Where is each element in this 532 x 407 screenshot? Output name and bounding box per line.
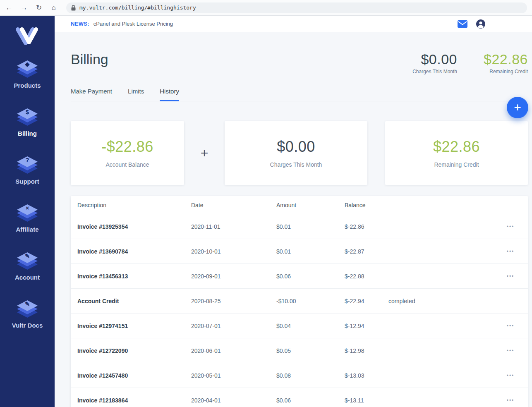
row-balance: $-22.87 bbox=[345, 248, 388, 255]
account-balance-label: Account Balance bbox=[105, 161, 149, 168]
page-title: Billing bbox=[71, 51, 108, 74]
affiliate-icon: × bbox=[15, 204, 40, 223]
row-date: 2020-09-01 bbox=[191, 273, 276, 280]
tab-history[interactable]: History bbox=[160, 88, 179, 101]
row-amount: $0.06 bbox=[276, 273, 345, 280]
sidebar-item-label: Affiliate bbox=[16, 226, 38, 233]
summary-cards: -$22.86 Account Balance + $0.00 Charges … bbox=[71, 121, 528, 185]
remaining-credit-stat: $22.86 Remaining Credit bbox=[484, 51, 528, 74]
plus-separator: + bbox=[184, 121, 225, 185]
row-description: Invoice #13690784 bbox=[77, 248, 191, 255]
row-amount: $0.04 bbox=[276, 323, 345, 329]
table-row: Invoice #13690784 2020-10-01 $0.01 $-22.… bbox=[71, 239, 528, 264]
row-menu-button[interactable]: ••• bbox=[497, 348, 528, 354]
sidebar-item-vultr-docs[interactable]: ✎ Vultr Docs bbox=[0, 299, 55, 347]
row-date: 2020-10-01 bbox=[191, 248, 276, 255]
docs-icon: ✎ bbox=[15, 299, 40, 319]
sidebar-item-affiliate[interactable]: × Affiliate bbox=[0, 204, 55, 251]
news-bar: NEWS: cPanel and Plesk License Pricing bbox=[55, 16, 532, 32]
mail-icon[interactable] bbox=[458, 20, 467, 28]
refresh-icon[interactable]: ↻ bbox=[35, 3, 43, 12]
support-icon: ? bbox=[15, 156, 40, 175]
table-row: Invoice #12974151 2020-07-01 $0.04 $-12.… bbox=[71, 314, 528, 338]
sidebar-item-label: Products bbox=[14, 82, 41, 89]
credit-label: Remaining Credit bbox=[484, 69, 528, 74]
row-amount: -$10.00 bbox=[276, 298, 345, 304]
charges-this-month-stat: $0.00 Charges This Month bbox=[412, 51, 457, 74]
credit-value: $22.86 bbox=[484, 51, 528, 67]
tab-limits[interactable]: Limits bbox=[128, 88, 144, 101]
billing-history-table: Description Date Amount Balance Invoice … bbox=[71, 196, 528, 407]
col-amount: Amount bbox=[276, 202, 345, 208]
charges-card-value: $0.00 bbox=[277, 138, 315, 156]
vultr-logo-icon[interactable] bbox=[14, 26, 40, 47]
row-amount: $0.01 bbox=[276, 248, 345, 255]
col-date: Date bbox=[191, 202, 276, 208]
add-funds-button[interactable]: + bbox=[507, 97, 528, 118]
row-balance: $-12.98 bbox=[345, 347, 388, 354]
charges-label: Charges This Month bbox=[412, 69, 457, 74]
row-menu-button[interactable]: ••• bbox=[497, 249, 528, 254]
account-balance-card: -$22.86 Account Balance bbox=[71, 121, 184, 185]
products-glyph: ◆ bbox=[15, 61, 40, 67]
table-row: Invoice #12722090 2020-06-01 $0.05 $-12.… bbox=[71, 338, 528, 363]
table-row: Invoice #13925354 2020-11-01 $0.01 $-22.… bbox=[71, 214, 528, 239]
account-glyph: ✎ bbox=[15, 253, 40, 259]
sidebar-item-label: Support bbox=[15, 178, 39, 185]
sidebar: ◆ Products $ Billing ? Support × Affilia… bbox=[0, 16, 55, 407]
col-description: Description bbox=[77, 202, 191, 208]
row-description: Account Credit bbox=[77, 298, 191, 304]
news-link[interactable]: cPanel and Plesk License Pricing bbox=[93, 21, 173, 27]
url-text: my.vultr.com/billing/#billinghistory bbox=[79, 5, 196, 11]
home-icon[interactable]: ⌂ bbox=[50, 4, 58, 12]
row-description: Invoice #12183864 bbox=[77, 397, 191, 404]
tab-make-payment[interactable]: Make Payment bbox=[71, 88, 112, 101]
sidebar-item-label: Vultr Docs bbox=[12, 322, 43, 329]
row-menu-button[interactable]: ••• bbox=[497, 224, 528, 230]
table-header: Description Date Amount Balance bbox=[71, 196, 528, 214]
row-description: Invoice #13456313 bbox=[77, 273, 191, 280]
row-menu-button[interactable]: ••• bbox=[497, 373, 528, 378]
row-description: Invoice #12457480 bbox=[77, 372, 191, 379]
sidebar-item-products[interactable]: ◆ Products bbox=[0, 60, 55, 108]
row-date: 2020-07-01 bbox=[191, 323, 276, 329]
news-label: NEWS: bbox=[71, 21, 89, 27]
row-menu-button[interactable]: ••• bbox=[497, 397, 528, 403]
row-amount: $0.05 bbox=[276, 347, 345, 354]
row-balance: $-13.03 bbox=[345, 372, 388, 379]
address-bar[interactable]: my.vultr.com/billing/#billinghistory bbox=[66, 2, 527, 13]
docs-glyph: ✎ bbox=[15, 301, 40, 307]
row-menu-button[interactable]: ••• bbox=[497, 273, 528, 279]
support-glyph: ? bbox=[15, 157, 40, 163]
remaining-credit-card: $22.86 Remaining Credit bbox=[385, 121, 528, 185]
billing-icon: $ bbox=[15, 108, 40, 127]
sidebar-item-label: Billing bbox=[18, 130, 37, 137]
row-amount: $0.01 bbox=[276, 223, 345, 230]
row-date: 2020-06-01 bbox=[191, 347, 276, 354]
row-date: 2020-11-01 bbox=[191, 223, 276, 230]
row-balance: $-12.94 bbox=[345, 323, 388, 329]
row-date: 2020-04-01 bbox=[191, 397, 276, 404]
header-stats: $0.00 Charges This Month $22.86 Remainin… bbox=[412, 51, 528, 74]
back-icon[interactable]: ← bbox=[5, 4, 13, 12]
row-description: Invoice #12974151 bbox=[77, 323, 191, 329]
billing-page: Billing $0.00 Charges This Month $22.86 … bbox=[55, 32, 532, 407]
row-balance: $-22.86 bbox=[345, 223, 388, 230]
forward-icon[interactable]: → bbox=[20, 4, 28, 12]
row-balance: $-22.88 bbox=[345, 273, 388, 280]
charges-value: $0.00 bbox=[412, 51, 457, 67]
sidebar-item-billing[interactable]: $ Billing bbox=[0, 108, 55, 156]
account-avatar-icon[interactable] bbox=[476, 19, 486, 29]
row-status: completed bbox=[388, 298, 497, 304]
remaining-credit-label: Remaining Credit bbox=[434, 161, 479, 168]
row-balance: $-13.11 bbox=[345, 397, 388, 404]
row-menu-button[interactable]: ••• bbox=[497, 323, 528, 329]
row-amount: $0.08 bbox=[276, 372, 345, 379]
sidebar-item-support[interactable]: ? Support bbox=[0, 156, 55, 204]
charges-card-label: Charges This Month bbox=[270, 161, 322, 168]
billing-glyph: $ bbox=[15, 109, 40, 115]
app-frame: ◆ Products $ Billing ? Support × Affilia… bbox=[0, 16, 532, 407]
sidebar-item-account[interactable]: ✎ Account bbox=[0, 251, 55, 299]
table-row: Invoice #12457480 2020-05-01 $0.08 $-13.… bbox=[71, 363, 528, 388]
lock-icon bbox=[71, 5, 76, 11]
